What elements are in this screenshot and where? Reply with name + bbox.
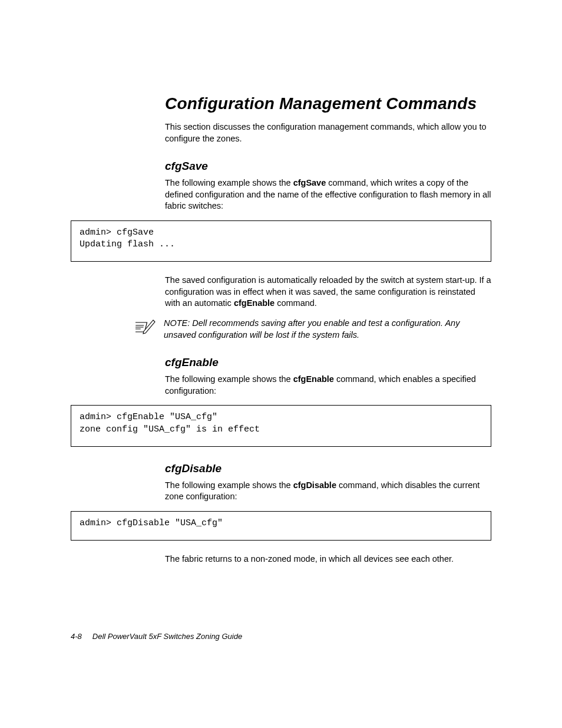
text: The following example shows the <box>165 480 293 490</box>
cfgdisable-desc-2: The fabric returns to a non-zoned mode, … <box>165 554 491 565</box>
page-number: 4-8 <box>71 632 82 641</box>
text: The saved configuration is automatically… <box>165 275 491 308</box>
page-footer: 4-8Dell PowerVault 5xF Switches Zoning G… <box>71 632 242 641</box>
note-block: NOTE: Dell recommends saving after you e… <box>165 318 491 341</box>
heading-cfgdisable: cfgDisable <box>165 462 491 475</box>
content-column: Configuration Management Commands This s… <box>165 94 491 212</box>
code-block-cfgdisable: admin> cfgDisable "USA_cfg" <box>71 511 491 541</box>
text: command. <box>275 298 317 308</box>
heading-cfgenable: cfgEnable <box>165 356 491 369</box>
page-title: Configuration Management Commands <box>165 94 491 113</box>
content-column: cfgDisable The following example shows t… <box>165 462 491 503</box>
footer-title: Dell PowerVault 5xF Switches Zoning Guid… <box>92 632 242 641</box>
cfgdisable-desc: The following example shows the cfgDisab… <box>165 480 491 503</box>
cfgenable-desc: The following example shows the cfgEnabl… <box>165 374 491 397</box>
command-name: cfgEnable <box>293 374 334 384</box>
command-name: cfgSave <box>293 178 326 187</box>
cfgsave-desc: The following example shows the cfgSave … <box>165 177 491 212</box>
content-column: The fabric returns to a non-zoned mode, … <box>165 554 491 565</box>
code-block-cfgsave: admin> cfgSave Updating flash ... <box>71 220 491 262</box>
note-text: NOTE: Dell recommends saving after you e… <box>164 318 491 341</box>
content-column: The saved configuration is automatically… <box>165 275 491 397</box>
text: The following example shows the <box>165 178 293 187</box>
note-pencil-icon <box>135 319 156 338</box>
intro-paragraph: This section discusses the configuration… <box>165 121 491 144</box>
heading-cfgsave: cfgSave <box>165 160 491 173</box>
cfgsave-desc-2: The saved configuration is automatically… <box>165 275 491 309</box>
document-page: Configuration Management Commands This s… <box>0 0 562 728</box>
command-name: cfgDisable <box>293 480 336 490</box>
command-name: cfgEnable <box>234 298 275 308</box>
text: The following example shows the <box>165 374 293 384</box>
code-block-cfgenable: admin> cfgEnable "USA_cfg" zone config "… <box>71 405 491 447</box>
